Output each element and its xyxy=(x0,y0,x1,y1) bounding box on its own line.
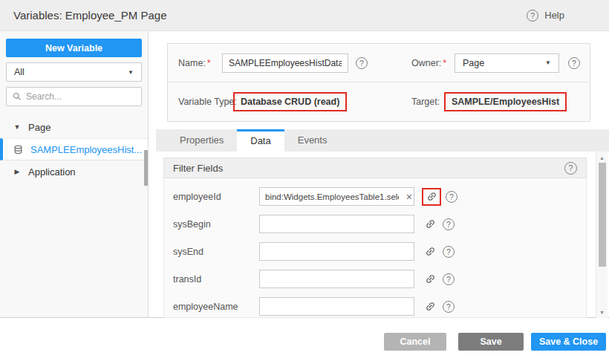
chevron-down-icon: ▼ xyxy=(128,69,134,76)
variable-type-label: Variable Type: xyxy=(178,97,237,107)
save-button[interactable]: Save xyxy=(458,333,524,351)
name-label: Name:* xyxy=(178,58,211,68)
bind-link-button[interactable] xyxy=(422,299,438,315)
filter-fields-help-icon[interactable]: ? xyxy=(564,162,577,175)
filter-fields-panel: Filter Fields ? employeeId×?sysBegin?sys… xyxy=(163,157,587,318)
filter-field-input-wrap xyxy=(259,215,414,233)
target-value: SAMPLE/EmployeesHist xyxy=(452,97,559,107)
filter-field-label: employeeName xyxy=(173,302,259,312)
filter-field-input-sysBegin[interactable] xyxy=(259,215,414,233)
bind-link-button[interactable] xyxy=(422,271,438,287)
required-asterisk: * xyxy=(207,58,211,68)
link-icon xyxy=(425,218,436,230)
filter-field-label: sysEnd xyxy=(173,247,259,257)
tab-bar: PropertiesDataEvents xyxy=(156,129,609,152)
tree-node-label: SAMPLEEmployeesHist... xyxy=(30,144,142,155)
filter-field-row-transId: transId? xyxy=(164,265,586,293)
filter-fields-rows: employeeId×?sysBegin?sysEnd?transId?empl… xyxy=(163,178,587,318)
search-box xyxy=(6,87,142,106)
variable-type-filter-value: All xyxy=(14,67,25,77)
new-variable-button[interactable]: New Variable xyxy=(6,39,142,57)
help-button[interactable]: ? Help xyxy=(527,10,564,22)
annotation-box-variable-type: Database CRUD (read) xyxy=(233,92,347,111)
filter-field-input-wrap: × xyxy=(259,187,414,206)
tree-node-label: Page xyxy=(28,122,51,133)
annotation-box-target: SAMPLE/EmployeesHist xyxy=(444,92,567,111)
owner-label: Owner:* xyxy=(411,58,446,68)
target-label: Target: xyxy=(411,97,440,107)
owner-select[interactable]: Page ▼ xyxy=(455,53,559,73)
bind-link-button[interactable] xyxy=(422,216,438,233)
tab-data[interactable]: Data xyxy=(237,129,284,152)
type-target-row: Variable Type: Database CRUD (read) Targ… xyxy=(168,82,590,121)
sidebar-scrollbar-thumb[interactable] xyxy=(144,150,148,186)
search-icon xyxy=(13,92,22,101)
bind-link-button[interactable] xyxy=(422,244,438,260)
save-and-close-button[interactable]: Save & Close xyxy=(531,333,606,351)
owner-select-value: Page xyxy=(463,58,484,68)
filter-field-label: transId xyxy=(173,274,259,285)
field-help-icon[interactable]: ? xyxy=(443,218,455,230)
tree-node-page[interactable]: ▼ Page xyxy=(0,116,148,138)
field-help-icon[interactable]: ? xyxy=(446,191,457,203)
filter-field-input-wrap xyxy=(259,297,414,316)
name-input[interactable] xyxy=(222,53,348,73)
variable-type-filter-dropdown[interactable]: All ▼ xyxy=(6,62,142,82)
filter-field-row-employeeId: employeeId×? xyxy=(164,183,586,210)
filter-field-input-employeeId[interactable] xyxy=(259,187,414,206)
name-help-icon[interactable]: ? xyxy=(356,57,368,69)
variable-summary-panel: Name:* ? Owner:* Page ▼ ? Variable Type:… xyxy=(167,43,590,122)
link-icon xyxy=(425,301,436,312)
filter-field-input-sysEnd[interactable] xyxy=(259,242,414,261)
scroll-down-arrow[interactable]: ▼ xyxy=(596,307,608,317)
field-help-icon[interactable]: ? xyxy=(443,273,455,285)
tree-node-variable-selected[interactable]: SAMPLEEmployeesHist... xyxy=(0,138,148,160)
tree-node-label: Application xyxy=(28,166,76,178)
owner-help-icon[interactable]: ? xyxy=(568,57,580,69)
help-label: Help xyxy=(544,10,564,21)
filter-field-label: sysBegin xyxy=(173,219,259,230)
field-help-icon[interactable]: ? xyxy=(443,246,455,258)
cancel-button[interactable]: Cancel xyxy=(384,333,446,351)
filter-field-input-wrap xyxy=(259,270,414,288)
link-icon xyxy=(425,273,436,285)
filter-field-row-employeeName: employeeName? xyxy=(164,293,586,318)
variables-tree: ▼ Page SAMPLEEmployeesHist... ▶ Applicat… xyxy=(0,116,148,183)
tree-node-application[interactable]: ▶ Application xyxy=(0,160,148,183)
tab-events[interactable]: Events xyxy=(284,129,341,152)
clear-icon[interactable]: × xyxy=(406,192,412,202)
scroll-up-arrow[interactable]: ▲ xyxy=(596,152,608,163)
dialog-body: New Variable All ▼ ▼ Page xyxy=(0,31,609,318)
chevron-collapsed-icon[interactable]: ▶ xyxy=(13,168,21,175)
database-variable-icon xyxy=(13,145,23,155)
filter-fields-title: Filter Fields xyxy=(173,163,223,174)
content-scrollbar-thumb[interactable] xyxy=(599,163,606,267)
variables-sidebar: New Variable All ▼ ▼ Page xyxy=(0,31,149,317)
chevron-down-icon: ▼ xyxy=(545,59,551,66)
variable-type-value: Database CRUD (read) xyxy=(241,97,339,107)
help-icon: ? xyxy=(527,10,538,22)
filter-field-label: employeeId xyxy=(173,192,259,202)
link-icon xyxy=(426,191,437,202)
link-icon xyxy=(425,246,436,257)
filter-field-row-sysEnd: sysEnd? xyxy=(164,238,586,265)
filter-field-row-sysBegin: sysBegin? xyxy=(164,210,586,238)
search-input[interactable] xyxy=(26,91,135,102)
filter-field-input-transId[interactable] xyxy=(259,270,414,288)
dialog-title-bar: Variables: Employee_PM Page ? Help xyxy=(0,0,609,31)
field-help-icon[interactable]: ? xyxy=(443,301,455,313)
dialog-title: Variables: Employee_PM Page xyxy=(13,9,167,22)
name-owner-row: Name:* ? Owner:* Page ▼ ? xyxy=(168,44,590,82)
tab-properties[interactable]: Properties xyxy=(166,129,237,152)
filter-fields-header: Filter Fields ? xyxy=(163,157,587,178)
chevron-expanded-icon[interactable]: ▼ xyxy=(13,123,21,131)
content-scrollbar: ▲ ▼ xyxy=(596,152,608,318)
filter-field-input-employeeName[interactable] xyxy=(259,297,414,316)
bind-link-button-annotated[interactable] xyxy=(422,188,441,206)
filter-field-input-wrap xyxy=(259,242,414,261)
dialog-footer: Cancel Save Save & Close xyxy=(0,318,609,364)
required-asterisk: * xyxy=(443,58,446,68)
